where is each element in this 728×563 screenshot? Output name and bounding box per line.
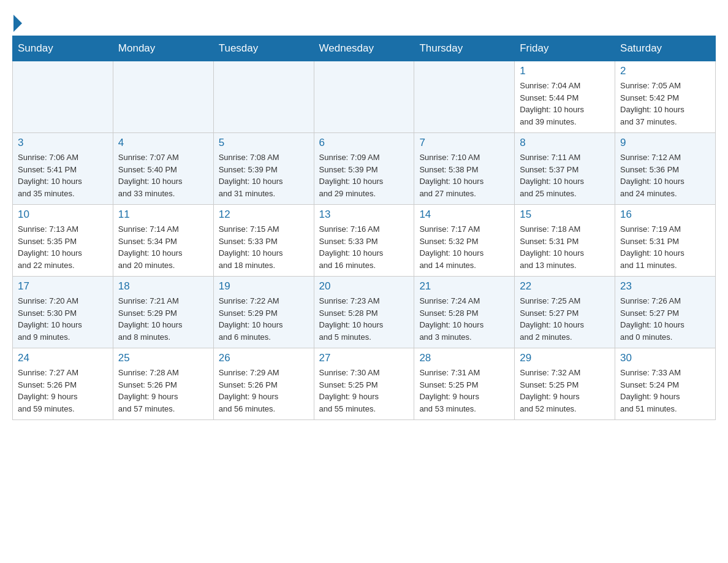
calendar-cell: 17Sunrise: 7:20 AMSunset: 5:30 PMDayligh…: [13, 277, 113, 348]
day-number: 15: [520, 209, 610, 221]
day-number: 19: [219, 280, 309, 293]
calendar-cell: 23Sunrise: 7:26 AMSunset: 5:27 PMDayligh…: [615, 277, 716, 348]
day-number: 16: [620, 209, 710, 221]
calendar-cell: 15Sunrise: 7:18 AMSunset: 5:31 PMDayligh…: [515, 205, 615, 277]
day-number: 5: [219, 137, 309, 149]
weekday-header-thursday: Thursday: [414, 36, 515, 61]
calendar-cell: 3Sunrise: 7:06 AMSunset: 5:41 PMDaylight…: [13, 133, 113, 205]
day-number: 30: [620, 352, 710, 364]
calendar-week-5: 24Sunrise: 7:27 AMSunset: 5:26 PMDayligh…: [13, 348, 716, 420]
day-info: Sunrise: 7:30 AMSunset: 5:25 PMDaylight:…: [319, 367, 409, 415]
calendar-week-2: 3Sunrise: 7:06 AMSunset: 5:41 PMDaylight…: [13, 133, 716, 205]
day-number: 23: [620, 280, 710, 293]
day-number: 8: [520, 137, 610, 149]
calendar-cell: 19Sunrise: 7:22 AMSunset: 5:29 PMDayligh…: [213, 277, 314, 348]
calendar-cell: 5Sunrise: 7:08 AMSunset: 5:39 PMDaylight…: [213, 133, 314, 205]
calendar-header: SundayMondayTuesdayWednesdayThursdayFrid…: [13, 36, 716, 61]
calendar-cell: 29Sunrise: 7:32 AMSunset: 5:25 PMDayligh…: [515, 348, 615, 420]
day-number: 6: [319, 137, 409, 149]
day-number: 21: [419, 280, 509, 293]
day-number: 26: [219, 352, 309, 364]
calendar-week-4: 17Sunrise: 7:20 AMSunset: 5:30 PMDayligh…: [13, 277, 716, 348]
calendar-table: SundayMondayTuesdayWednesdayThursdayFrid…: [12, 36, 716, 420]
calendar-week-1: 1Sunrise: 7:04 AMSunset: 5:44 PMDaylight…: [13, 61, 716, 133]
day-number: 24: [18, 352, 108, 364]
day-info: Sunrise: 7:31 AMSunset: 5:25 PMDaylight:…: [419, 367, 509, 415]
day-info: Sunrise: 7:09 AMSunset: 5:39 PMDaylight:…: [319, 151, 409, 199]
day-info: Sunrise: 7:32 AMSunset: 5:25 PMDaylight:…: [520, 367, 610, 415]
day-number: 13: [319, 209, 409, 221]
page-header: [12, 12, 716, 29]
calendar-cell: 9Sunrise: 7:12 AMSunset: 5:36 PMDaylight…: [615, 133, 716, 205]
weekday-header-sunday: Sunday: [13, 36, 113, 61]
day-info: Sunrise: 7:15 AMSunset: 5:33 PMDaylight:…: [219, 223, 309, 271]
day-info: Sunrise: 7:33 AMSunset: 5:24 PMDaylight:…: [620, 367, 710, 415]
calendar-cell: [213, 61, 314, 133]
calendar-cell: 13Sunrise: 7:16 AMSunset: 5:33 PMDayligh…: [314, 205, 414, 277]
calendar-week-3: 10Sunrise: 7:13 AMSunset: 5:35 PMDayligh…: [13, 205, 716, 277]
day-number: 11: [118, 209, 208, 221]
calendar-cell: 2Sunrise: 7:05 AMSunset: 5:42 PMDaylight…: [615, 61, 716, 133]
calendar-cell: 8Sunrise: 7:11 AMSunset: 5:37 PMDaylight…: [515, 133, 615, 205]
day-info: Sunrise: 7:08 AMSunset: 5:39 PMDaylight:…: [219, 151, 309, 199]
calendar-cell: 28Sunrise: 7:31 AMSunset: 5:25 PMDayligh…: [414, 348, 515, 420]
day-info: Sunrise: 7:17 AMSunset: 5:32 PMDaylight:…: [419, 223, 509, 271]
day-number: 28: [419, 352, 509, 364]
day-info: Sunrise: 7:06 AMSunset: 5:41 PMDaylight:…: [18, 151, 108, 199]
day-number: 20: [319, 280, 409, 293]
weekday-header-tuesday: Tuesday: [213, 36, 314, 61]
calendar-cell: 30Sunrise: 7:33 AMSunset: 5:24 PMDayligh…: [615, 348, 716, 420]
day-info: Sunrise: 7:14 AMSunset: 5:34 PMDaylight:…: [118, 223, 208, 271]
calendar-body: 1Sunrise: 7:04 AMSunset: 5:44 PMDaylight…: [13, 61, 716, 420]
weekday-header-saturday: Saturday: [615, 36, 716, 61]
weekday-header-wednesday: Wednesday: [314, 36, 414, 61]
day-number: 25: [118, 352, 208, 364]
calendar-cell: 16Sunrise: 7:19 AMSunset: 5:31 PMDayligh…: [615, 205, 716, 277]
day-number: 7: [419, 137, 509, 149]
day-info: Sunrise: 7:28 AMSunset: 5:26 PMDaylight:…: [118, 367, 208, 415]
day-number: 29: [520, 352, 610, 364]
day-info: Sunrise: 7:21 AMSunset: 5:29 PMDaylight:…: [118, 295, 208, 343]
day-info: Sunrise: 7:23 AMSunset: 5:28 PMDaylight:…: [319, 295, 409, 343]
day-info: Sunrise: 7:11 AMSunset: 5:37 PMDaylight:…: [520, 151, 610, 199]
day-info: Sunrise: 7:05 AMSunset: 5:42 PMDaylight:…: [620, 80, 710, 128]
calendar-cell: 10Sunrise: 7:13 AMSunset: 5:35 PMDayligh…: [13, 205, 113, 277]
day-info: Sunrise: 7:24 AMSunset: 5:28 PMDaylight:…: [419, 295, 509, 343]
calendar-cell: 22Sunrise: 7:25 AMSunset: 5:27 PMDayligh…: [515, 277, 615, 348]
calendar-cell: 18Sunrise: 7:21 AMSunset: 5:29 PMDayligh…: [113, 277, 213, 348]
calendar-cell: 4Sunrise: 7:07 AMSunset: 5:40 PMDaylight…: [113, 133, 213, 205]
day-info: Sunrise: 7:18 AMSunset: 5:31 PMDaylight:…: [520, 223, 610, 271]
calendar-cell: 12Sunrise: 7:15 AMSunset: 5:33 PMDayligh…: [213, 205, 314, 277]
day-info: Sunrise: 7:10 AMSunset: 5:38 PMDaylight:…: [419, 151, 509, 199]
day-number: 12: [219, 209, 309, 221]
day-info: Sunrise: 7:22 AMSunset: 5:29 PMDaylight:…: [219, 295, 309, 343]
day-info: Sunrise: 7:27 AMSunset: 5:26 PMDaylight:…: [18, 367, 108, 415]
day-number: 2: [620, 65, 710, 77]
day-number: 22: [520, 280, 610, 293]
calendar-cell: [13, 61, 113, 133]
day-info: Sunrise: 7:19 AMSunset: 5:31 PMDaylight:…: [620, 223, 710, 271]
calendar-cell: 25Sunrise: 7:28 AMSunset: 5:26 PMDayligh…: [113, 348, 213, 420]
calendar-cell: 7Sunrise: 7:10 AMSunset: 5:38 PMDaylight…: [414, 133, 515, 205]
day-info: Sunrise: 7:26 AMSunset: 5:27 PMDaylight:…: [620, 295, 710, 343]
day-number: 10: [18, 209, 108, 221]
calendar-cell: 20Sunrise: 7:23 AMSunset: 5:28 PMDayligh…: [314, 277, 414, 348]
calendar-cell: [113, 61, 213, 133]
weekday-header-monday: Monday: [113, 36, 213, 61]
day-info: Sunrise: 7:04 AMSunset: 5:44 PMDaylight:…: [520, 80, 610, 128]
day-number: 14: [419, 209, 509, 221]
calendar-cell: [414, 61, 515, 133]
day-info: Sunrise: 7:20 AMSunset: 5:30 PMDaylight:…: [18, 295, 108, 343]
calendar-cell: 26Sunrise: 7:29 AMSunset: 5:26 PMDayligh…: [213, 348, 314, 420]
calendar-cell: 21Sunrise: 7:24 AMSunset: 5:28 PMDayligh…: [414, 277, 515, 348]
weekday-header-friday: Friday: [515, 36, 615, 61]
day-number: 1: [520, 65, 610, 77]
calendar-cell: 27Sunrise: 7:30 AMSunset: 5:25 PMDayligh…: [314, 348, 414, 420]
day-info: Sunrise: 7:13 AMSunset: 5:35 PMDaylight:…: [18, 223, 108, 271]
day-number: 9: [620, 137, 710, 149]
logo: [12, 12, 22, 29]
day-info: Sunrise: 7:12 AMSunset: 5:36 PMDaylight:…: [620, 151, 710, 199]
day-info: Sunrise: 7:16 AMSunset: 5:33 PMDaylight:…: [319, 223, 409, 271]
day-number: 18: [118, 280, 208, 293]
calendar-cell: 1Sunrise: 7:04 AMSunset: 5:44 PMDaylight…: [515, 61, 615, 133]
